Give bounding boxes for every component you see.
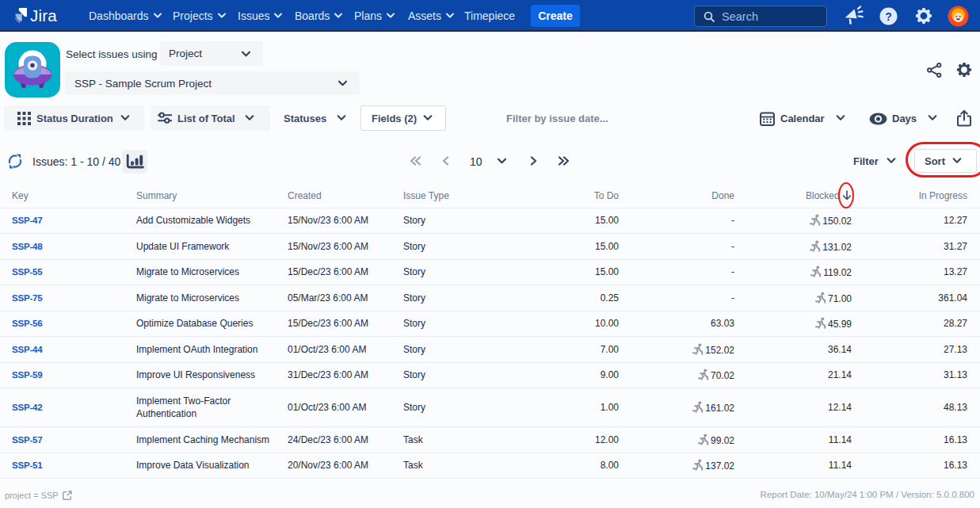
svg-text:?: ?: [885, 10, 892, 23]
